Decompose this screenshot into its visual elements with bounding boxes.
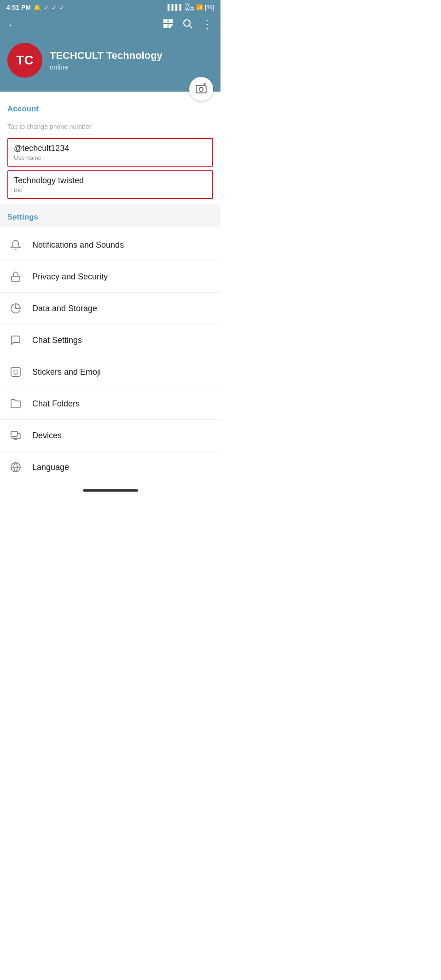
settings-item-language[interactable]: Language <box>0 452 220 483</box>
wifi-icon: 📶 <box>196 4 203 11</box>
sticker-icon <box>7 364 24 380</box>
status-bar: 4:51 PM 🔔 ✓ ✓ ✓ ▌▌▌▌ VoWiFi 📶 [89] <box>0 0 220 14</box>
bio-value: Technology twisted <box>14 176 207 186</box>
chat-icon <box>7 332 24 348</box>
account-label: Account <box>7 104 213 114</box>
battery-display: [89] <box>205 4 214 11</box>
svg-rect-4 <box>170 20 171 22</box>
svg-point-17 <box>13 370 15 371</box>
pie-chart-icon <box>7 300 24 317</box>
settings-item-chat[interactable]: Chat Settings <box>0 325 220 356</box>
stickers-label: Stickers and Emoji <box>32 367 101 377</box>
globe-icon <box>7 459 24 476</box>
avatar: TC <box>7 43 42 78</box>
svg-rect-15 <box>12 276 20 281</box>
svg-point-18 <box>17 370 18 371</box>
phone-hint[interactable]: Tap to change phone number <box>7 118 213 134</box>
check-icon-1: ✓ <box>44 4 49 11</box>
profile-header: TC TECHCULT Technology online <box>0 38 220 92</box>
folder-icon <box>7 395 24 412</box>
check-icon-3: ✓ <box>59 4 64 11</box>
language-label: Language <box>32 463 69 472</box>
settings-label: Settings <box>7 213 213 222</box>
svg-line-10 <box>190 25 192 28</box>
alarm-icon: 🔔 <box>34 4 41 11</box>
svg-rect-19 <box>11 431 17 436</box>
qr-code-button[interactable] <box>162 18 174 32</box>
settings-item-folders[interactable]: Chat Folders <box>0 388 220 420</box>
home-indicator <box>83 489 138 492</box>
nav-right-icons: ⋮ <box>162 17 213 32</box>
search-button[interactable] <box>182 18 193 32</box>
svg-rect-6 <box>169 24 170 26</box>
bottom-bar <box>0 483 220 496</box>
back-button[interactable]: ← <box>7 19 17 31</box>
more-options-button[interactable]: ⋮ <box>201 17 213 32</box>
settings-item-stickers[interactable]: Stickers and Emoji <box>0 356 220 388</box>
settings-item-devices[interactable]: Devices <box>0 420 220 452</box>
status-right: ▌▌▌▌ VoWiFi 📶 [89] <box>168 3 214 12</box>
bio-label: Bio <box>14 186 207 193</box>
devices-icon <box>7 427 24 444</box>
profile-name: TECHCULT Technology <box>50 50 213 62</box>
profile-info: TECHCULT Technology online <box>50 50 213 70</box>
svg-point-9 <box>184 20 190 26</box>
signal-icon: ▌▌▌▌ <box>168 4 183 11</box>
svg-rect-16 <box>11 367 20 377</box>
profile-status: online <box>50 63 213 71</box>
bell-icon <box>7 237 24 253</box>
vo-wifi-label: VoWiFi <box>185 3 194 12</box>
settings-item-notifications[interactable]: Notifications and Sounds <box>0 229 220 261</box>
check-icon-2: ✓ <box>52 4 57 11</box>
settings-section: Settings <box>0 204 220 227</box>
settings-item-data[interactable]: Data and Storage <box>0 293 220 325</box>
top-nav: ← ⋮ <box>0 14 220 38</box>
data-label: Data and Storage <box>32 304 97 313</box>
chat-settings-label: Chat Settings <box>32 336 82 345</box>
username-value: @techcult1234 <box>14 144 207 153</box>
svg-rect-5 <box>165 25 166 27</box>
status-time: 4:51 PM <box>6 4 31 11</box>
status-left: 4:51 PM 🔔 ✓ ✓ ✓ <box>6 4 64 11</box>
devices-label: Devices <box>32 431 62 441</box>
settings-item-privacy[interactable]: Privacy and Security <box>0 261 220 293</box>
bio-field[interactable]: Technology twisted Bio <box>7 170 213 199</box>
settings-list: Notifications and Sounds Privacy and Sec… <box>0 229 220 483</box>
lock-icon <box>7 268 24 285</box>
add-photo-button[interactable] <box>189 77 213 101</box>
svg-rect-3 <box>165 20 166 22</box>
notifications-label: Notifications and Sounds <box>32 240 124 250</box>
account-section: Account Tap to change phone number @tech… <box>0 92 220 199</box>
svg-point-12 <box>199 87 203 92</box>
svg-rect-7 <box>171 24 172 26</box>
username-label: Username <box>14 154 207 161</box>
username-field[interactable]: @techcult1234 Username <box>7 138 213 167</box>
svg-rect-8 <box>169 26 170 28</box>
folders-label: Chat Folders <box>32 399 80 409</box>
privacy-label: Privacy and Security <box>32 272 108 282</box>
